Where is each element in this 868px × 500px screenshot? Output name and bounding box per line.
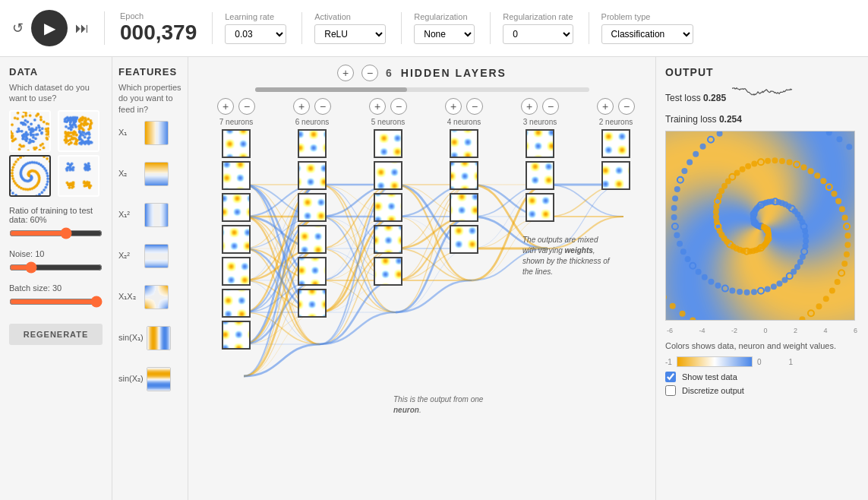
color-scale-section: Colors shows data, neuron and weight val… xyxy=(665,340,859,367)
feature-sinx1-label: sin(X₁) xyxy=(118,333,144,343)
neuron-l6-n2[interactable] xyxy=(601,161,630,190)
remove-neuron-btn-1[interactable]: − xyxy=(238,98,255,115)
layer-4-controls: +− xyxy=(445,98,483,115)
feature-x1: X₁ xyxy=(118,121,181,145)
add-neuron-btn-2[interactable]: + xyxy=(293,98,310,115)
neuron-l1-n1[interactable] xyxy=(222,129,251,158)
layer-6-neuron-count: 2 neurons xyxy=(599,118,633,126)
output-visualization xyxy=(665,131,855,321)
reset-button[interactable]: ↺ xyxy=(12,20,24,36)
remove-layer-button[interactable]: − xyxy=(361,65,378,81)
add-layer-button[interactable]: + xyxy=(337,65,354,81)
dataset-cluster[interactable] xyxy=(58,155,99,197)
network-header: + − 6 HIDDEN LAYERS xyxy=(196,65,648,81)
neuron-l6-n1[interactable] xyxy=(601,129,630,158)
remove-neuron-btn-5[interactable]: − xyxy=(542,98,559,115)
neuron-l1-n2[interactable] xyxy=(222,161,251,190)
ratio-slider-group: Ratio of training to test data: 60% xyxy=(9,206,103,242)
gradient-bar xyxy=(677,356,753,367)
color-scale-bar: -1 0 1 xyxy=(665,356,859,367)
data-title: DATA xyxy=(9,66,103,78)
dataset-grid xyxy=(9,110,103,197)
step-button[interactable]: ⏭ xyxy=(75,21,89,36)
dataset-circle[interactable] xyxy=(9,110,51,152)
show-test-label[interactable]: Show test data xyxy=(682,372,737,381)
neuron-l1-n6[interactable] xyxy=(222,289,251,318)
neuron-l4-n4[interactable] xyxy=(450,225,478,254)
play-button[interactable]: ▶ xyxy=(31,10,68,46)
activation-select[interactable]: ReLUTanhSigmoidLinear xyxy=(314,24,386,44)
neuron-l2-n5[interactable] xyxy=(298,257,327,286)
discretize-label[interactable]: Discretize output xyxy=(682,386,744,395)
layer-6-controls: +− xyxy=(597,98,635,115)
main-content: DATA Which dataset do you want to use? R… xyxy=(0,57,868,500)
toolbar: ↺ ▶ ⏭ Epoch 000,379 Learning rate 0.030.… xyxy=(0,0,868,57)
feature-x1-thumb[interactable] xyxy=(144,121,169,145)
neuron-l2-n1[interactable] xyxy=(298,129,327,158)
remove-neuron-btn-6[interactable]: − xyxy=(618,98,635,115)
reg-rate-select[interactable]: 00.0010.010.1 xyxy=(503,24,573,44)
neuron-l2-n3[interactable] xyxy=(298,193,327,222)
layer-4: +−4 neurons xyxy=(430,98,498,257)
feature-x1x2-thumb[interactable] xyxy=(144,285,169,309)
regularization-select[interactable]: NoneL1L2 xyxy=(414,24,475,44)
neuron-l2-n2[interactable] xyxy=(298,161,327,190)
neuron-l1-n5[interactable] xyxy=(222,257,251,286)
dataset-xor[interactable] xyxy=(58,110,99,152)
neuron-l3-n5[interactable] xyxy=(374,257,402,286)
remove-neuron-btn-2[interactable]: − xyxy=(314,98,331,115)
feature-x1sq-label: X₁² xyxy=(118,210,141,220)
add-neuron-btn-4[interactable]: + xyxy=(445,98,462,115)
features-list: X₁ X₂ X₁² X₂² xyxy=(118,121,181,391)
regenerate-button[interactable]: REGENERATE xyxy=(9,324,103,345)
neuron-l3-n4[interactable] xyxy=(374,225,402,254)
neuron-l5-n2[interactable] xyxy=(526,161,554,190)
neuron-l5-n3[interactable] xyxy=(526,193,554,222)
feature-sinx2-thumb[interactable] xyxy=(147,367,171,391)
test-loss-label: Test loss 0.285 xyxy=(665,93,726,103)
neuron-l1-n4[interactable] xyxy=(222,225,251,254)
add-neuron-btn-5[interactable]: + xyxy=(521,98,538,115)
feature-x2-thumb[interactable] xyxy=(144,162,169,186)
neuron-l2-n6[interactable] xyxy=(298,289,327,318)
layer-scrollbar[interactable] xyxy=(255,87,589,92)
features-panel: FEATURES Which properties do you want to… xyxy=(112,57,188,500)
scale-min: -1 xyxy=(665,358,672,366)
ratio-slider[interactable] xyxy=(9,227,103,239)
discretize-checkbox[interactable] xyxy=(665,385,676,396)
problem-type-select[interactable]: ClassificationRegression xyxy=(601,24,693,44)
feature-sinx1-thumb[interactable] xyxy=(147,326,171,350)
layer-count: 6 xyxy=(386,67,393,79)
batch-slider[interactable] xyxy=(9,296,103,308)
features-title: FEATURES xyxy=(118,66,181,78)
neuron-l4-n1[interactable] xyxy=(450,129,478,158)
remove-neuron-btn-4[interactable]: − xyxy=(466,98,483,115)
neuron-l4-n3[interactable] xyxy=(450,193,478,222)
remove-neuron-btn-3[interactable]: − xyxy=(390,98,407,115)
neuron-l4-n2[interactable] xyxy=(450,161,478,190)
add-neuron-btn-6[interactable]: + xyxy=(597,98,614,115)
neuron-l1-n3[interactable] xyxy=(222,193,251,222)
neuron-l3-n2[interactable] xyxy=(374,161,402,190)
add-neuron-btn-3[interactable]: + xyxy=(369,98,386,115)
neuron-l3-n3[interactable] xyxy=(374,193,402,222)
regularization-group: Regularization NoneL1L2 xyxy=(401,12,475,44)
neuron-l1-n7[interactable] xyxy=(222,321,251,350)
learning-rate-group: Learning rate 0.030.0010.010.1 xyxy=(212,12,286,44)
neuron-l2-n4[interactable] xyxy=(298,225,327,254)
test-loss-row: Test loss 0.285 xyxy=(665,84,859,111)
epoch-label: Epoch xyxy=(120,11,197,21)
feature-x1sq-thumb[interactable] xyxy=(144,203,169,227)
add-neuron-btn-1[interactable]: + xyxy=(217,98,234,115)
feature-x2-label: X₂ xyxy=(118,169,141,179)
output-canvas xyxy=(666,131,855,321)
neuron-l3-n1[interactable] xyxy=(374,129,402,158)
noise-label: Noise: 10 xyxy=(9,249,103,258)
feature-x1-label: X₁ xyxy=(118,128,141,138)
dataset-spiral[interactable] xyxy=(9,155,51,197)
feature-x2sq-thumb[interactable] xyxy=(144,244,169,268)
learning-rate-select[interactable]: 0.030.0010.010.1 xyxy=(225,24,286,44)
show-test-checkbox[interactable] xyxy=(665,372,676,382)
noise-slider[interactable] xyxy=(9,261,103,274)
neuron-l5-n1[interactable] xyxy=(526,129,554,158)
